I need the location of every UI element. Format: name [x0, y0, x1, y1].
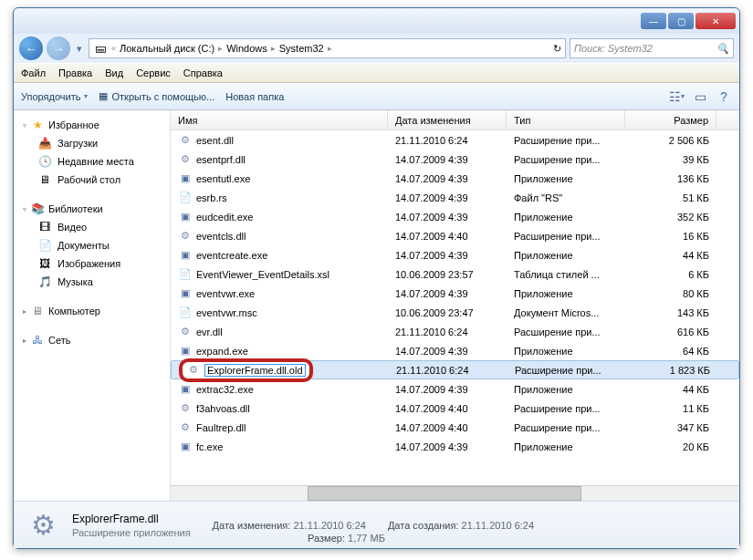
preview-pane-button[interactable]: ▭	[692, 88, 708, 105]
close-button[interactable]: ✕	[695, 13, 736, 29]
documents-icon: 📄	[37, 238, 52, 253]
content-area: ▿ ★ Избранное 📥Загрузки 🕓Недавние места …	[14, 110, 739, 501]
column-headers: Имя Дата изменения Тип Размер	[171, 110, 739, 130]
new-folder-button[interactable]: Новая папка	[225, 91, 284, 102]
file-icon: ⚙	[186, 363, 201, 378]
file-row[interactable]: ▣fc.exe14.07.2009 4:39Приложение20 КБ	[171, 437, 739, 456]
file-date: 14.07.2009 4:39	[388, 173, 507, 184]
breadcrumb-separator: «	[111, 44, 116, 53]
help-button[interactable]: ?	[716, 88, 732, 105]
search-input[interactable]: Поиск: System32 🔍	[570, 38, 734, 58]
file-type: Расширение при...	[507, 365, 626, 376]
star-icon: ★	[30, 118, 45, 132]
file-list[interactable]: ⚙esent.dll21.11.2010 6:24Расширение при.…	[171, 130, 739, 485]
titlebar: — ▢ ✕	[14, 8, 739, 34]
sidebar-computer[interactable]: ▸ 🖥 Компьютер	[14, 302, 170, 320]
column-size[interactable]: Размер	[625, 110, 716, 130]
file-row[interactable]: ⚙f3ahvoas.dll14.07.2009 4:40Расширение п…	[171, 399, 739, 418]
file-row[interactable]: ▣esentutl.exe14.07.2009 4:39Приложение13…	[171, 169, 739, 188]
file-icon: 📄	[178, 306, 193, 320]
sidebar-music[interactable]: 🎵Музыка	[14, 273, 170, 291]
forward-button[interactable]: →	[47, 36, 70, 60]
breadcrumb-separator: ▸	[328, 44, 332, 53]
file-size: 347 КБ	[625, 422, 716, 433]
view-options-button[interactable]: ☷▾	[668, 88, 685, 105]
sidebar-favorites[interactable]: ▿ ★ Избранное	[14, 116, 170, 134]
file-row[interactable]: ⚙eventcls.dll14.07.2009 4:40Расширение п…	[171, 226, 739, 245]
sidebar-network[interactable]: ▸ 🖧 Сеть	[14, 331, 170, 349]
file-type: Приложение	[507, 288, 625, 299]
file-row[interactable]: ▣eventcreate.exe14.07.2009 4:39Приложени…	[171, 245, 739, 264]
pictures-icon: 🖼	[37, 256, 52, 271]
file-name: evr.dll	[196, 327, 223, 337]
computer-icon: 🖥	[30, 304, 45, 318]
file-type: Расширение при...	[507, 231, 625, 242]
file-icon: ⚙	[178, 229, 193, 244]
menu-file[interactable]: Файл	[21, 67, 46, 78]
menu-tools[interactable]: Сервис	[136, 67, 171, 78]
breadcrumb-item[interactable]: Windows	[226, 43, 267, 54]
menu-view[interactable]: Вид	[105, 67, 123, 78]
sidebar-documents[interactable]: 📄Документы	[14, 236, 170, 254]
file-row[interactable]: ⚙Faultrep.dll14.07.2009 4:40Расширение п…	[171, 418, 739, 437]
file-row[interactable]: ▣eudcedit.exe14.07.2009 4:39Приложение35…	[171, 207, 739, 226]
menu-help[interactable]: Справка	[183, 67, 223, 78]
file-date: 10.06.2009 23:47	[388, 307, 507, 318]
breadcrumb-separator: ▸	[271, 44, 276, 53]
file-name: eventvwr.msc	[196, 307, 257, 318]
file-name: extrac32.exe	[196, 384, 254, 395]
minimize-button[interactable]: —	[641, 13, 666, 29]
sidebar-recent[interactable]: 🕓Недавние места	[14, 152, 170, 171]
file-size: 6 КБ	[625, 269, 716, 280]
file-size: 80 КБ	[625, 288, 716, 299]
file-icon: 📄	[178, 191, 193, 205]
search-placeholder: Поиск: System32	[574, 43, 653, 54]
sidebar-videos[interactable]: 🎞Видео	[14, 218, 170, 236]
file-size: 352 КБ	[625, 212, 716, 223]
file-date: 14.07.2009 4:39	[388, 192, 507, 203]
sidebar-desktop[interactable]: 🖥Рабочий стол	[14, 171, 170, 189]
column-type[interactable]: Тип	[507, 110, 625, 130]
breadcrumb-item[interactable]: System32	[279, 43, 324, 54]
nav-history-dropdown[interactable]: ▾	[74, 43, 85, 54]
maximize-button[interactable]: ▢	[668, 13, 694, 29]
address-bar[interactable]: 🖴 « Локальный диск (C:) ▸ Windows ▸ Syst…	[89, 38, 566, 58]
open-with-button[interactable]: ▦ Открыть с помощью...	[99, 90, 214, 102]
column-name[interactable]: Имя	[171, 110, 388, 130]
music-icon: 🎵	[37, 275, 52, 289]
file-size: 143 КБ	[625, 307, 716, 318]
file-row[interactable]: ⚙evr.dll21.11.2010 6:24Расширение при...…	[171, 322, 739, 341]
file-size: 39 КБ	[625, 154, 716, 165]
sidebar-libraries[interactable]: ▿ 📚 Библиотеки	[14, 200, 170, 218]
file-row[interactable]: 📄EventViewer_EventDetails.xsl10.06.2009 …	[171, 264, 739, 284]
back-button[interactable]: ←	[19, 36, 43, 60]
file-row[interactable]: ▣extrac32.exe14.07.2009 4:39Приложение44…	[171, 379, 739, 399]
file-icon: ▣	[178, 286, 193, 301]
video-icon: 🎞	[37, 220, 52, 234]
file-row[interactable]: 📄esrb.rs14.07.2009 4:39Файл "RS"51 КБ	[171, 188, 739, 207]
file-row[interactable]: ▣eventvwr.exe14.07.2009 4:39Приложение80…	[171, 284, 739, 303]
organize-button[interactable]: Упорядочить▾	[21, 91, 88, 102]
desktop-icon: 🖥	[37, 172, 52, 187]
rename-input[interactable]: ExplorerFrame.dll.old	[204, 364, 306, 377]
menu-edit[interactable]: Правка	[58, 67, 92, 78]
file-row[interactable]: ⚙ExplorerFrame.dll.old21.11.2010 6:24Рас…	[171, 360, 739, 379]
network-icon: 🖧	[30, 333, 45, 347]
file-size: 1 823 КБ	[626, 365, 717, 376]
refresh-icon[interactable]: ↻	[553, 43, 561, 55]
breadcrumb-item[interactable]: Локальный диск (C:)	[120, 43, 214, 54]
file-icon: ▣	[178, 171, 193, 186]
sidebar-downloads[interactable]: 📥Загрузки	[14, 134, 170, 152]
file-row[interactable]: 📄eventvwr.msc10.06.2009 23:47Документ Mi…	[171, 303, 739, 322]
sidebar-pictures[interactable]: 🖼Изображения	[14, 254, 170, 273]
file-name: eventcreate.exe	[196, 250, 267, 261]
file-row[interactable]: ⚙esentprf.dll14.07.2009 4:39Расширение п…	[171, 150, 739, 169]
file-date: 14.07.2009 4:40	[388, 403, 507, 414]
file-row[interactable]: ⚙esent.dll21.11.2010 6:24Расширение при.…	[171, 130, 739, 150]
file-icon: ⚙	[178, 401, 193, 416]
column-date[interactable]: Дата изменения	[388, 110, 507, 130]
file-date: 14.07.2009 4:39	[388, 288, 507, 299]
recent-icon: 🕓	[37, 154, 52, 169]
horizontal-scrollbar[interactable]	[171, 485, 739, 501]
file-icon: ▣	[178, 382, 193, 397]
